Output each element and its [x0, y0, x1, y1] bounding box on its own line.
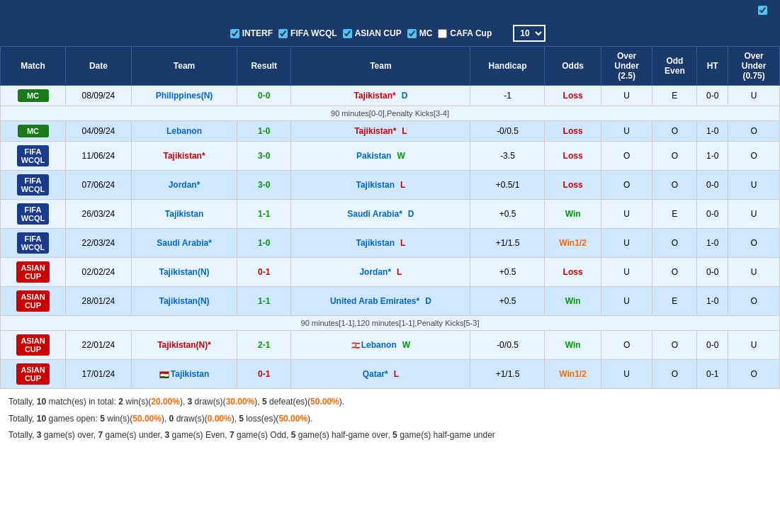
team1[interactable]: 🇹🇯Tajikistan — [131, 360, 237, 389]
filter-mc-checkbox[interactable] — [407, 29, 417, 38]
over-under-25: U — [601, 229, 652, 258]
match-badge-cell: MC — [1, 121, 66, 142]
team1[interactable]: Tajikistan* — [131, 142, 237, 171]
odd-even: O — [652, 142, 697, 171]
over-under-25: U — [601, 86, 652, 106]
filter-cafacup: CAFA Cup — [438, 28, 492, 38]
win-draw-loss: L — [397, 267, 402, 277]
scores-table: Match Date Team Result Team Handicap Odd… — [0, 46, 780, 389]
match-result: 1-0 — [237, 121, 291, 142]
team2-cell: United Arab Emirates*D — [291, 287, 470, 316]
team1[interactable]: Saudi Arabia* — [131, 229, 237, 258]
team1-name[interactable]: Tajikistan(N)* — [157, 340, 211, 350]
header — [0, 0, 780, 21]
filter-fifawcql-checkbox[interactable] — [278, 29, 288, 38]
odds-value: Win — [565, 209, 581, 219]
table-row: FIFA WCQL22/03/24Saudi Arabia*1-0Tajikis… — [1, 229, 780, 258]
display-notes-checkbox[interactable] — [758, 6, 767, 15]
win-draw-loss: D — [402, 91, 408, 101]
win-draw-loss: D — [408, 209, 414, 219]
match-date: 26/03/24 — [66, 200, 132, 229]
filter-cafacup-checkbox[interactable] — [438, 29, 447, 38]
handicap: +1/1.5 — [470, 360, 545, 389]
summary-open-win-pct: 50.00% — [132, 414, 162, 424]
match-badge-cell: FIFA WCQL — [1, 142, 66, 171]
match-badge: MC — [18, 89, 49, 102]
team2-name[interactable]: 🇱🇧Lebanon — [351, 340, 397, 350]
team2-name[interactable]: Qatar* — [363, 369, 388, 379]
team1[interactable]: Tajikistan — [131, 200, 237, 229]
team2-cell: Tajikistan*L — [291, 121, 470, 142]
team1[interactable]: Lebanon — [131, 121, 237, 142]
team2-name[interactable]: Tajikistan* — [354, 91, 396, 101]
odds: Loss — [545, 121, 601, 142]
filter-fifawcql-label: FIFA WCQL — [290, 28, 337, 38]
filter-interf-checkbox[interactable] — [230, 29, 239, 38]
handicap: +0.5 — [470, 287, 545, 316]
over-under-25: O — [601, 331, 652, 360]
over-under-075: O — [728, 142, 780, 171]
summary-draw-pct: 30.00% — [226, 397, 255, 407]
team1-name[interactable]: Tajikistan(N) — [159, 296, 209, 306]
team2-name[interactable]: Pakistan — [356, 151, 391, 161]
match-date: 04/09/24 — [66, 121, 132, 142]
team1[interactable]: Tajikistan(N) — [131, 287, 237, 316]
table-row: MC08/09/24Philippines(N)0-0Tajikistan*D-… — [1, 86, 780, 106]
win-draw-loss: W — [397, 151, 405, 161]
team1[interactable]: Jordan* — [131, 171, 237, 200]
result-value: 2-1 — [258, 340, 270, 350]
odds: Win1/2 — [545, 360, 601, 389]
filter-cafacup-label: CAFA Cup — [450, 28, 492, 38]
last-games-select[interactable]: 10 20 30 — [513, 25, 546, 42]
over-under-075: U — [728, 331, 780, 360]
result-value: 0-1 — [258, 267, 270, 277]
match-badge-cell: MC — [1, 86, 66, 106]
team2-name[interactable]: Saudi Arabia* — [347, 209, 402, 219]
match-result: 3-0 — [237, 142, 291, 171]
team1-name[interactable]: Tajikistan — [165, 209, 203, 219]
summary-section: Totally, 10 match(es) in total: 2 win(s)… — [0, 389, 780, 451]
result-value: 1-0 — [258, 238, 270, 248]
match-badge: ASIAN CUP — [16, 363, 49, 385]
team2-name[interactable]: Tajikistan — [356, 180, 395, 190]
match-date: 22/03/24 — [66, 229, 132, 258]
team2-name[interactable]: Tajikistan* — [354, 126, 396, 136]
summary-line2: Totally, 10 games open: 5 win(s)(50.00%)… — [9, 412, 771, 427]
summary-open-total: 10 — [37, 414, 46, 424]
col-team2: Team — [291, 47, 470, 86]
team1-name[interactable]: Jordan* — [169, 180, 200, 190]
team1-name[interactable]: Philippines(N) — [156, 91, 213, 101]
col-ou25: OverUnder(2.5) — [601, 47, 652, 86]
team1[interactable]: Philippines(N) — [131, 86, 237, 106]
team1-name[interactable]: Tajikistan* — [163, 151, 205, 161]
last-games-section: 10 20 30 — [509, 25, 550, 42]
note-row: 90 minutes[0-0],Penalty Kicks[3-4] — [1, 106, 780, 121]
handicap: +0.5 — [470, 258, 545, 287]
filter-asiancup-checkbox[interactable] — [343, 29, 352, 38]
match-result: 3-0 — [237, 171, 291, 200]
team1[interactable]: Tajikistan(N) — [131, 258, 237, 287]
team2-name[interactable]: Tajikistan — [356, 238, 395, 248]
over-under-075: U — [728, 86, 780, 106]
team2-name[interactable]: United Arab Emirates* — [330, 296, 419, 306]
odds-value: Win1/2 — [559, 238, 587, 248]
team2-cell: Qatar*L — [291, 360, 470, 389]
team1-name[interactable]: Lebanon — [166, 126, 202, 136]
match-result: 0-1 — [237, 360, 291, 389]
match-date: 02/02/24 — [66, 258, 132, 287]
match-date: 08/09/24 — [66, 86, 132, 106]
table-row: FIFA WCQL11/06/24Tajikistan*3-0PakistanW… — [1, 142, 780, 171]
summary-win-pct: 20.00% — [151, 397, 180, 407]
table-row: ASIAN CUP28/01/24Tajikistan(N)1-1United … — [1, 287, 780, 316]
col-team1: Team — [131, 47, 237, 86]
odd-even: O — [652, 229, 697, 258]
result-value: 3-0 — [258, 151, 270, 161]
team1-name[interactable]: Tajikistan(N) — [159, 267, 209, 277]
display-notes-section — [758, 6, 771, 15]
ht-result: 1-0 — [697, 229, 728, 258]
team1-name[interactable]: Saudi Arabia* — [157, 238, 212, 248]
team1[interactable]: Tajikistan(N)* — [131, 331, 237, 360]
handicap: -0/0.5 — [470, 121, 545, 142]
team1-name[interactable]: Tajikistan — [171, 369, 209, 379]
team2-name[interactable]: Jordan* — [359, 267, 391, 277]
